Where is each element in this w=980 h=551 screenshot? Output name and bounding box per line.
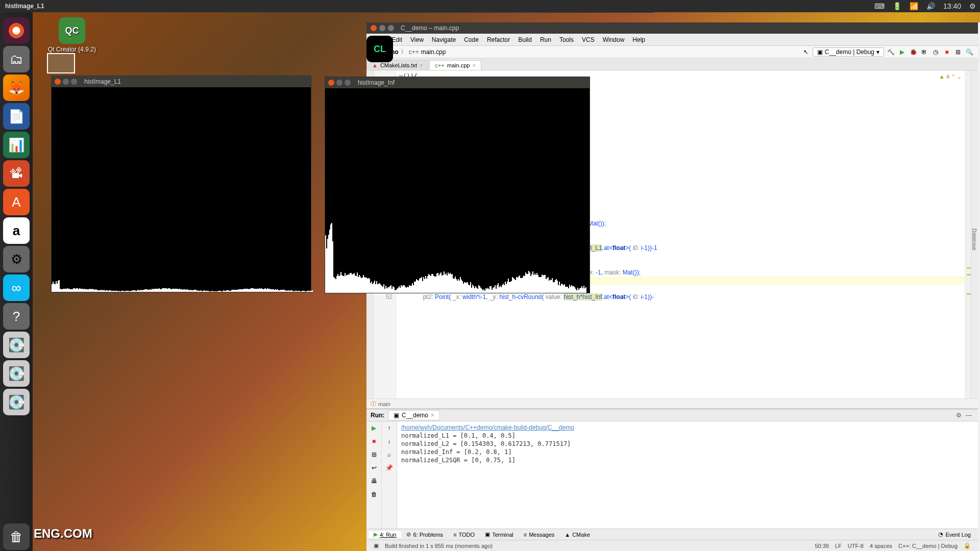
minimize-icon[interactable]: — <box>964 412 974 419</box>
rerun-icon[interactable]: ▶ <box>370 423 379 433</box>
histimage-inf-window[interactable]: histImage_Inf <box>325 77 590 293</box>
encoding[interactable]: UTF-8 <box>845 543 867 549</box>
layout-icon[interactable]: ⊞ <box>953 47 963 57</box>
breadcrumb-fn[interactable]: main <box>378 401 390 407</box>
minimize-icon[interactable] <box>63 79 69 85</box>
trash-icon[interactable]: 🗑 <box>370 490 379 499</box>
menu-help[interactable]: Help <box>628 36 649 43</box>
down-icon[interactable]: ↓ <box>385 437 394 446</box>
hammer-icon[interactable]: 🔨 <box>886 47 895 57</box>
close-icon[interactable]: × <box>431 412 434 419</box>
menu-window[interactable]: Window <box>599 36 629 43</box>
event-log[interactable]: ◔Event Log <box>933 531 976 538</box>
trash-icon[interactable]: 🗑 <box>3 523 30 550</box>
histimage-l1-window[interactable]: histImage_L1 <box>51 76 311 292</box>
disk-icon[interactable]: 💽 <box>3 389 30 415</box>
clock[interactable]: 13:40 <box>939 2 965 10</box>
tab-messages[interactable]: ≡Messages <box>519 532 560 538</box>
impress-icon[interactable]: 📽 <box>3 160 30 187</box>
sync-icon[interactable]: ∞ <box>3 274 30 301</box>
run-icon[interactable]: ▶ <box>897 47 906 57</box>
help-icon[interactable]: ? <box>3 303 30 330</box>
software-icon[interactable]: A <box>3 189 30 215</box>
indent[interactable]: 4 spaces <box>867 543 895 549</box>
config-label: C__demo | Debug <box>825 48 874 56</box>
profile-icon[interactable]: ◷ <box>931 47 940 57</box>
wifi-icon[interactable]: 📶 <box>905 2 922 10</box>
calc-icon[interactable]: 📊 <box>3 132 30 158</box>
lock-icon[interactable]: ▣ <box>371 542 382 549</box>
titlebar[interactable]: histImage_L1 <box>52 76 311 87</box>
coverage-icon[interactable]: ⛨ <box>920 47 929 57</box>
menu-tools[interactable]: Tools <box>555 36 578 43</box>
desktop-thumbnail[interactable] <box>47 53 75 73</box>
gear-icon[interactable]: ⚙ <box>965 2 980 10</box>
dash-icon[interactable] <box>3 17 30 44</box>
menu-view[interactable]: View <box>406 36 428 43</box>
top-panel: histImage_L1 ⌨ 🔋 📶 🔊 13:40 ⚙ <box>0 0 980 12</box>
disk-icon[interactable]: 💽 <box>3 360 30 387</box>
tab-label: CMakeLists.txt <box>380 62 417 68</box>
disk-icon[interactable]: 💽 <box>3 332 30 358</box>
settings-icon[interactable]: ⚙ <box>3 246 30 272</box>
filter-icon[interactable]: ⌕ <box>385 450 394 459</box>
wrap-icon[interactable]: ↩ <box>370 463 379 472</box>
inspection-badge[interactable]: ▲ 4 ⌃ ⌄ <box>939 73 962 80</box>
close-icon[interactable] <box>55 79 61 85</box>
menu-run[interactable]: Run <box>536 36 555 43</box>
maximize-icon[interactable] <box>388 25 394 31</box>
clion-icon[interactable]: CL <box>366 36 393 62</box>
context[interactable]: C++: C__demo | Debug <box>895 543 961 549</box>
file-icon: c++ <box>409 48 419 56</box>
caret-pos[interactable]: 50:39 <box>812 543 832 549</box>
up-icon[interactable]: ↑ <box>385 423 394 433</box>
tab-run[interactable]: ▶4: Run <box>369 531 401 538</box>
menu-code[interactable]: Code <box>460 36 483 43</box>
back-icon[interactable]: ↖ <box>801 47 811 57</box>
firefox-icon[interactable]: 🦊 <box>3 74 30 101</box>
tab-todo[interactable]: ≡TODO <box>448 532 480 538</box>
run-output[interactable]: /home/wyh/Documents/C++demo/cmake-build-… <box>397 421 978 529</box>
titlebar[interactable]: histImage_Inf <box>325 77 590 88</box>
gear-icon[interactable]: ⚙ <box>954 412 964 419</box>
bottom-tool-tabs: ▶4: Run ⊘6: Problems ≡TODO ▣Terminal ≡Me… <box>366 529 978 540</box>
search-icon[interactable]: 🔍 <box>965 47 974 57</box>
database-tool-button[interactable]: Database <box>971 70 978 398</box>
qtcreator-shortcut[interactable]: QC Qt Creator (4.9.2) <box>48 17 96 53</box>
error-stripe[interactable] <box>965 70 971 398</box>
run-config-selector[interactable]: ▣ C__demo | Debug ▾ <box>813 47 884 57</box>
close-icon[interactable] <box>371 25 377 31</box>
minimize-icon[interactable] <box>336 80 342 86</box>
tab-terminal[interactable]: ▣Terminal <box>480 531 519 538</box>
stop-icon[interactable]: ■ <box>370 437 379 446</box>
tab-cmake[interactable]: ▲CMake <box>559 532 595 538</box>
close-icon[interactable]: × <box>472 62 475 68</box>
menu-vcs[interactable]: VCS <box>578 36 599 43</box>
menu-refactor[interactable]: Refactor <box>483 36 514 43</box>
readonly-icon[interactable]: 🔒 <box>961 542 974 549</box>
pin-icon[interactable]: 📌 <box>385 463 394 472</box>
tab-main-cpp[interactable]: c++ main.cpp × <box>429 60 481 70</box>
layout-icon[interactable]: ⊞ <box>370 450 379 459</box>
maximize-icon[interactable] <box>71 79 77 85</box>
writer-icon[interactable]: 📄 <box>3 103 30 130</box>
amazon-icon[interactable]: a <box>3 217 30 244</box>
menu-build[interactable]: Build <box>514 36 536 43</box>
minimize-icon[interactable] <box>379 25 385 31</box>
menu-navigate[interactable]: Navigate <box>428 36 460 43</box>
tab-problems[interactable]: ⊘6: Problems <box>401 531 448 538</box>
close-icon[interactable]: × <box>420 62 423 68</box>
line-sep[interactable]: LF <box>832 543 845 549</box>
volume-icon[interactable]: 🔊 <box>922 2 939 10</box>
keyboard-icon[interactable]: ⌨ <box>870 2 889 10</box>
print-icon[interactable]: 🖶 <box>370 477 379 486</box>
battery-icon[interactable]: 🔋 <box>889 2 905 10</box>
debug-icon[interactable]: 🐞 <box>909 47 918 57</box>
file-crumb[interactable]: main.cpp <box>421 48 446 56</box>
maximize-icon[interactable] <box>345 80 351 86</box>
run-tab[interactable]: ▣ C__demo × <box>388 410 440 420</box>
close-icon[interactable] <box>328 80 334 86</box>
stop-icon[interactable]: ■ <box>942 47 951 57</box>
files-icon[interactable]: 🗂 <box>3 46 30 72</box>
clion-titlebar[interactable]: C__demo – main.cpp <box>366 22 978 34</box>
